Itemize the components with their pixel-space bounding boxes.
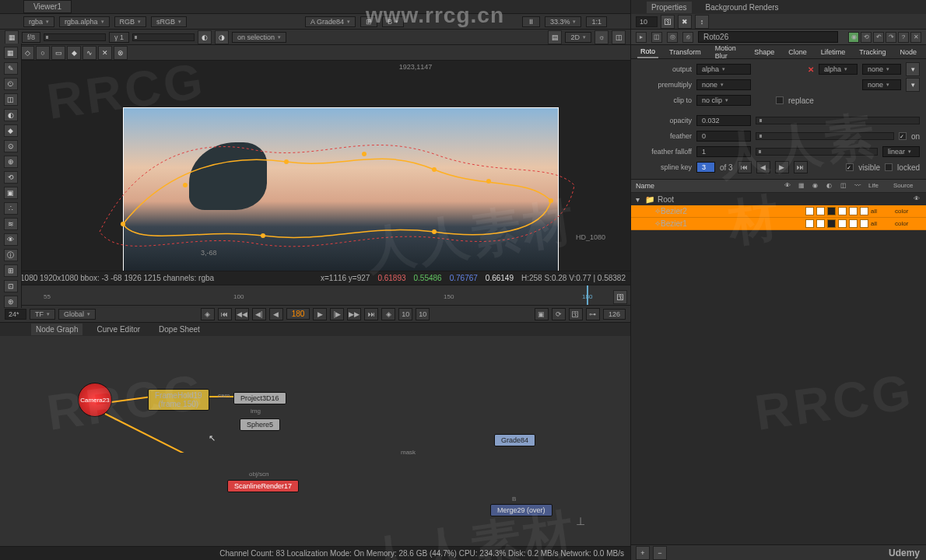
bezier1-mb-cell[interactable]	[860, 219, 868, 228]
goto-end-icon[interactable]: ⏭	[364, 308, 378, 320]
eye-icon[interactable]: 👁	[784, 182, 792, 190]
layer-bezier1-row[interactable]: ✧ Bezier1 all color	[631, 218, 926, 230]
keyframe-prev-icon[interactable]: ◈	[201, 308, 215, 320]
bezier2-ovl-cell[interactable]	[816, 207, 825, 215]
current-frame-field[interactable]: 180	[286, 308, 310, 320]
gain-icon[interactable]: ◑	[215, 30, 229, 44]
feather-field[interactable]: 0	[696, 131, 751, 142]
metadata-menu-icon[interactable]: ⓘ	[4, 249, 18, 261]
viewer-canvas[interactable]: 1923,1147 HD_1080 3,-68	[22, 61, 630, 271]
subtab-transform[interactable]: Transform	[666, 47, 704, 58]
overlay-icon[interactable]: ▤	[548, 30, 562, 44]
bezier1-blend-cell[interactable]	[849, 219, 858, 228]
splinekey-current-field[interactable]: 3	[696, 162, 715, 173]
output-expand-icon[interactable]: ▾	[906, 62, 920, 76]
panel-center-icon[interactable]: ◎	[667, 32, 678, 43]
smooth-icon[interactable]: ∿	[82, 46, 96, 60]
fullscreen-icon[interactable]: ▣	[535, 308, 549, 320]
input-b-select[interactable]: B	[382, 16, 404, 27]
locked-checkbox[interactable]	[885, 163, 893, 171]
sync-icon[interactable]: ⊶	[586, 308, 600, 320]
opacity-slider[interactable]	[756, 117, 920, 124]
node-revert-icon[interactable]: ⟲	[861, 32, 872, 43]
zoom-select[interactable]: 33.3%	[545, 16, 582, 27]
deep-menu-icon[interactable]: ≋	[4, 218, 18, 230]
time-menu-icon[interactable]: ⏲	[4, 78, 18, 90]
speed-select[interactable]: TF	[30, 309, 55, 320]
toolsets-menu-icon[interactable]: ⊞	[4, 264, 18, 277]
color-menu-icon[interactable]: ◐	[4, 109, 18, 121]
roi-icon[interactable]: ◫	[612, 30, 626, 44]
play-forward-icon[interactable]: ▶	[313, 308, 327, 320]
node-camera[interactable]: Camera23	[78, 383, 112, 417]
other-menu-icon[interactable]: ⊡	[4, 280, 18, 292]
key-prev-icon[interactable]: ◀	[756, 161, 770, 173]
node-project3d[interactable]: Project3D16	[233, 392, 286, 404]
key-first-icon[interactable]: ⏮	[738, 161, 752, 173]
fps-field[interactable]: 24*	[5, 309, 26, 320]
visible-checkbox[interactable]	[846, 163, 854, 171]
opacity-field[interactable]: 0.032	[696, 115, 751, 126]
all-plugins-icon[interactable]: ⊛	[4, 296, 18, 308]
loop-icon[interactable]: ⟳	[552, 308, 566, 320]
timeline-ruler[interactable]: 55 100 150 180 ⚿	[0, 285, 630, 305]
lock-all-icon[interactable]: ⚿	[661, 15, 675, 29]
minimize-all-icon[interactable]: ↕	[695, 15, 709, 29]
output-op-select[interactable]: alpha	[819, 64, 858, 75]
range-mode-select[interactable]: Global	[58, 309, 96, 320]
region-icon[interactable]: ▦	[5, 30, 19, 44]
merge-menu-icon[interactable]: ⊕	[4, 156, 18, 168]
subtab-shape[interactable]: Shape	[751, 47, 777, 58]
invert-col-icon[interactable]: ◐	[826, 182, 834, 190]
tab-node-graph[interactable]: Node Graph	[31, 324, 82, 335]
node-merge[interactable]: Merge29 (over)	[490, 504, 552, 516]
roi-filter[interactable]: on selection	[232, 32, 286, 43]
add-layer-icon[interactable]: +	[636, 546, 650, 560]
panel-float-icon[interactable]: ◫	[651, 32, 662, 43]
subtab-roto[interactable]: Roto	[637, 46, 658, 58]
bezier2-inv-cell[interactable]	[838, 207, 847, 215]
bezier1-vis-cell[interactable]	[805, 219, 814, 228]
colorspace-select-2[interactable]: sRGB	[151, 16, 187, 27]
blend-col-icon[interactable]: ◫	[840, 182, 848, 190]
tab-curve-editor[interactable]: Curve Editor	[92, 324, 145, 335]
clipto-select[interactable]: no clip	[696, 95, 751, 106]
image-menu-icon[interactable]: ▦	[4, 47, 18, 59]
clear-all-icon[interactable]: ✖	[678, 15, 692, 29]
rect-tool-icon[interactable]: ▭	[51, 46, 65, 60]
input-a-select[interactable]: A Grade84	[305, 16, 356, 27]
keyframe-next-icon[interactable]: ◈	[381, 308, 395, 320]
node-color-icon[interactable]: ◉	[848, 32, 859, 43]
premult-ch-select[interactable]: none	[862, 79, 901, 90]
motionblur-col-icon[interactable]: 〰	[854, 182, 862, 190]
tab-dope-sheet[interactable]: Dope Sheet	[154, 324, 205, 335]
root-eye-icon[interactable]: 👁	[914, 195, 921, 203]
exposure-slider[interactable]	[44, 33, 106, 41]
close-panel-icon[interactable]: ✕	[910, 32, 921, 43]
key-last-icon[interactable]: ⏭	[794, 161, 808, 173]
node-graph[interactable]: Camera23 FrameHold19 (frame 150) cam Pro…	[0, 336, 630, 546]
tab-bg-renders[interactable]: Background Renders	[701, 2, 784, 13]
step-back-icon[interactable]: ◀|	[252, 308, 266, 320]
layer-root-row[interactable]: ▾ 📁 Root 👁	[631, 193, 926, 205]
subtab-motion-blur[interactable]: Motion Blur	[712, 43, 744, 61]
view-mode-select[interactable]: 2D	[565, 32, 591, 43]
remove-layer-icon[interactable]: −	[653, 546, 667, 560]
node-name-field[interactable]: Roto26	[698, 31, 838, 43]
overlay-col-icon[interactable]: ▦	[798, 182, 806, 190]
node-framehold[interactable]: FrameHold19 (frame 150)	[148, 389, 209, 411]
node-redo-icon[interactable]: ↷	[886, 32, 896, 43]
falloff-slider[interactable]	[756, 148, 878, 156]
tab-properties[interactable]: Properties	[647, 2, 692, 13]
remove-icon[interactable]: ✕	[98, 46, 112, 60]
replace-checkbox[interactable]	[776, 96, 784, 104]
falloff-field[interactable]: 1	[696, 146, 751, 157]
bezier1-ovl-cell[interactable]	[816, 219, 825, 228]
zdepth-icon[interactable]: ◐	[198, 30, 212, 44]
colorspace-select-1[interactable]: RGB	[114, 16, 147, 27]
downstream-node-icon[interactable]: ⊥	[576, 515, 585, 527]
help-icon[interactable]: ?	[898, 32, 909, 43]
node-sphere[interactable]: Sphere5	[240, 418, 280, 431]
draw-menu-icon[interactable]: ✎	[4, 62, 18, 75]
step-10-back-btn[interactable]: 10	[398, 308, 412, 320]
